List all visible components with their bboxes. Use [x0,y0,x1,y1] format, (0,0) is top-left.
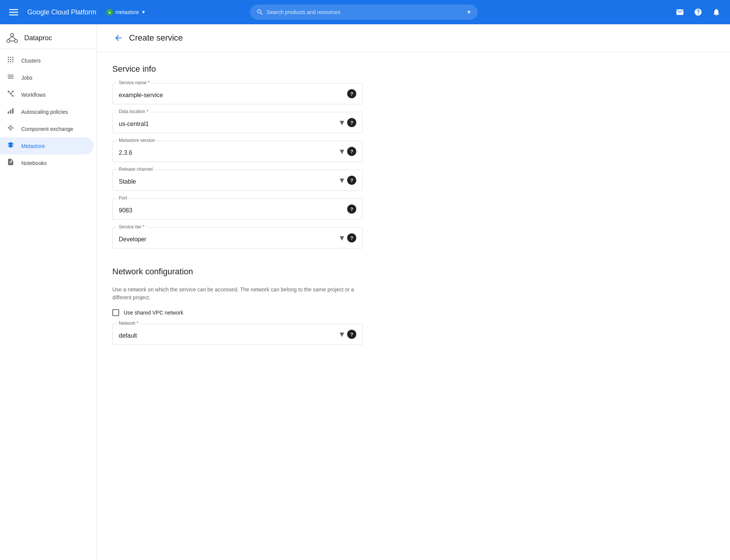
sidebar-item-component-exchange-label: Component exchange [21,126,73,132]
release-channel-field: Release channel Stable ▼ ? [112,170,363,191]
service-info-title: Service info [112,64,363,74]
port-input[interactable] [119,201,347,217]
svg-point-10 [10,57,11,58]
svg-point-13 [10,59,11,60]
autoscaling-icon [6,107,15,116]
network-config-description: Use a network on which the service can b… [112,286,363,302]
port-label: Port [117,195,129,201]
release-channel-value: Stable [119,172,338,188]
svg-rect-27 [12,108,13,113]
jobs-icon [6,73,15,82]
sidebar-item-jobs-label: Jobs [21,75,33,81]
service-name-label: Service name * [117,80,151,85]
project-icon: ● [106,9,113,16]
svg-point-28 [8,127,9,128]
sidebar-item-metastore[interactable]: Metastore [0,137,94,154]
search-dropdown-arrow: ▼ [466,9,472,15]
help-button[interactable] [691,5,706,20]
sidebar-item-autoscaling[interactable]: Autoscaling policies [0,103,94,120]
project-name: metastore [115,9,139,15]
support-button[interactable] [672,5,688,20]
top-nav: Google Cloud Platform ● metastore ▼ Sear… [0,0,730,24]
svg-point-5 [14,39,17,42]
service-tier-help-icon[interactable]: ? [347,233,356,242]
metastore-version-dropdown-icon[interactable]: ▼ [338,147,346,156]
brand-title: Google Cloud Platform [27,8,96,16]
service-name-field: Service name * ? [112,83,363,104]
sidebar-item-metastore-label: Metastore [21,143,45,149]
data-location-field: Data location * us-central1 ▼ ? [112,112,363,133]
svg-point-30 [10,129,11,131]
notifications-button[interactable] [709,5,724,20]
page-title: Create service [129,33,183,43]
svg-point-12 [8,59,9,60]
component-exchange-icon [6,124,15,134]
svg-line-7 [12,36,16,39]
svg-point-9 [8,57,9,58]
sidebar: Dataproc Clusters Jobs [0,24,97,560]
service-name-help-icon[interactable]: ? [347,89,356,98]
svg-point-11 [12,57,13,58]
search-icon [256,8,264,16]
svg-point-16 [10,61,11,62]
release-channel-label: Release channel [117,167,154,172]
svg-point-4 [7,39,10,42]
clusters-icon [6,56,15,65]
page-header: Create service [97,24,730,52]
sidebar-item-autoscaling-label: Autoscaling policies [21,109,68,115]
form-content: Service info Service name * ? Data locat… [97,52,378,365]
search-placeholder: Search products and resources [267,9,463,15]
app-layout: Dataproc Clusters Jobs [0,24,730,560]
svg-rect-26 [10,110,11,114]
metastore-version-help-icon[interactable]: ? [347,147,356,156]
sidebar-app-name: Dataproc [24,34,52,42]
metastore-version-value: 2.3.6 [119,143,338,159]
metastore-version-field: Metastore version 2.3.6 ▼ ? [112,141,363,162]
shared-vpc-row: Use shared VPC network [112,309,363,316]
svg-rect-2 [9,14,18,16]
svg-line-34 [11,126,13,127]
sidebar-item-jobs[interactable]: Jobs [0,69,94,86]
project-selector[interactable]: ● metastore ▼ [102,6,149,18]
sidebar-item-workflows[interactable]: Workflows [0,86,94,103]
release-channel-dropdown-icon[interactable]: ▼ [338,176,346,185]
nav-icons [672,5,724,20]
svg-line-32 [9,126,10,128]
release-channel-help-icon[interactable]: ? [347,176,356,185]
main-content: Create service Service info Service name… [97,24,730,560]
svg-rect-25 [8,112,9,114]
menu-button[interactable] [6,5,21,20]
dataproc-logo [6,32,18,44]
data-location-label: Data location * [117,109,150,114]
sidebar-header: Dataproc [0,27,97,49]
service-tier-dropdown-icon[interactable]: ▼ [338,234,346,242]
search-bar[interactable]: Search products and resources ▼ [250,5,478,20]
project-dropdown-arrow: ▼ [141,9,146,15]
network-dropdown-icon[interactable]: ▼ [338,330,346,339]
sidebar-item-notebooks[interactable]: Notebooks [0,154,94,171]
svg-point-31 [12,127,13,128]
service-tier-label: Service tier * [117,224,146,230]
sidebar-item-clusters[interactable]: Clusters [0,52,94,69]
data-location-dropdown-icon[interactable]: ▼ [338,118,346,127]
shared-vpc-checkbox[interactable] [112,309,119,316]
svg-rect-0 [9,9,18,10]
network-label: Network * [117,321,140,326]
network-value: default [119,326,338,342]
network-configuration-section: Network configuration Use a network on w… [112,267,363,345]
port-help-icon[interactable]: ? [347,204,356,214]
sidebar-item-clusters-label: Clusters [21,58,41,64]
svg-line-33 [9,128,10,129]
svg-line-6 [8,36,12,39]
network-config-title: Network configuration [112,267,363,277]
network-help-icon[interactable]: ? [347,330,356,339]
service-tier-value: Developer [119,230,338,246]
service-name-input[interactable] [119,86,347,102]
data-location-help-icon[interactable]: ? [347,118,356,127]
sidebar-item-component-exchange[interactable]: Component exchange [0,120,94,137]
svg-point-3 [11,33,14,36]
svg-line-23 [11,94,12,96]
metastore-icon [6,141,15,151]
svg-point-14 [12,59,13,60]
back-button[interactable] [112,32,124,44]
